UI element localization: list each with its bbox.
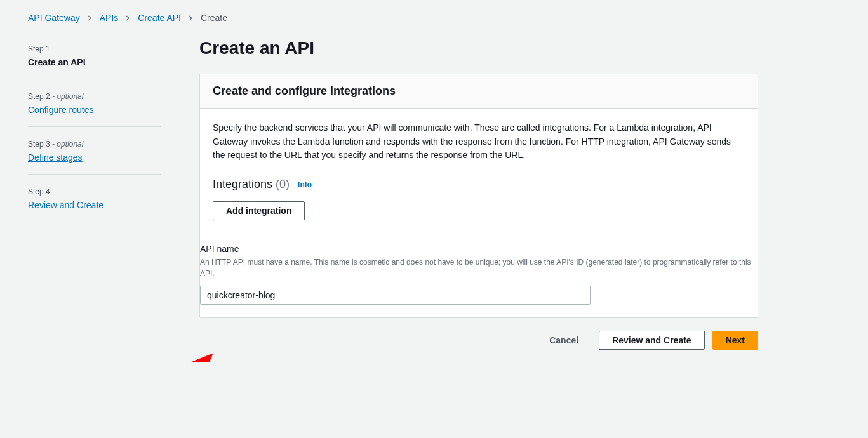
step-4: Step 4 Review and Create <box>28 182 161 222</box>
step-number: Step 1 <box>28 44 50 53</box>
step-title-define-stages[interactable]: Define stages <box>28 152 161 163</box>
wizard-steps: Step 1 Create an API Step 2 - optional C… <box>28 38 161 229</box>
integrations-section-title: Integrations (0) Info <box>213 178 745 191</box>
api-name-label: API name <box>200 244 758 254</box>
step-3: Step 3 - optional Define stages <box>28 135 161 175</box>
breadcrumb-current: Create <box>201 13 227 23</box>
api-name-input[interactable] <box>200 286 591 305</box>
review-and-create-button[interactable]: Review and Create <box>599 331 705 350</box>
panel-heading: Create and configure integrations <box>213 84 745 98</box>
svg-line-0 <box>188 355 211 362</box>
step-2: Step 2 - optional Configure routes <box>28 87 161 127</box>
step-optional: - optional <box>52 92 83 101</box>
chevron-right-icon <box>187 15 194 22</box>
footer-actions: Cancel Review and Create Next <box>199 331 758 350</box>
step-1: Step 1 Create an API <box>28 39 161 79</box>
panel-description: Specify the backend services that your A… <box>213 121 745 163</box>
breadcrumb-create-api[interactable]: Create API <box>138 13 181 23</box>
step-title-review-create[interactable]: Review and Create <box>28 200 161 210</box>
chevron-right-icon <box>86 15 93 22</box>
next-button[interactable]: Next <box>712 331 758 350</box>
step-title-configure-routes[interactable]: Configure routes <box>28 105 161 115</box>
step-number: Step 2 <box>28 92 52 101</box>
info-link[interactable]: Info <box>298 180 312 189</box>
chevron-right-icon <box>124 15 131 22</box>
step-title-create-api: Create an API <box>28 57 161 67</box>
panel-header: Create and configure integrations <box>200 74 758 109</box>
cancel-button[interactable]: Cancel <box>537 331 591 349</box>
step-number: Step 4 <box>28 187 50 196</box>
integrations-panel: Create and configure integrations Specif… <box>199 74 758 318</box>
integrations-count: (0) <box>276 178 290 190</box>
breadcrumb: API Gateway APIs Create API Create <box>28 13 840 23</box>
add-integration-button[interactable]: Add integration <box>213 201 305 220</box>
annotation-arrow-icon <box>185 349 224 362</box>
step-number: Step 3 <box>28 140 52 149</box>
main-content: Create an API Create and configure integ… <box>199 38 758 350</box>
page-title: Create an API <box>199 38 758 58</box>
step-optional: - optional <box>52 140 83 149</box>
integrations-label: Integrations <box>213 178 272 190</box>
api-name-hint: An HTTP API must have a name. This name … <box>200 256 758 279</box>
breadcrumb-api-gateway[interactable]: API Gateway <box>28 13 80 23</box>
breadcrumb-apis[interactable]: APIs <box>100 13 119 23</box>
